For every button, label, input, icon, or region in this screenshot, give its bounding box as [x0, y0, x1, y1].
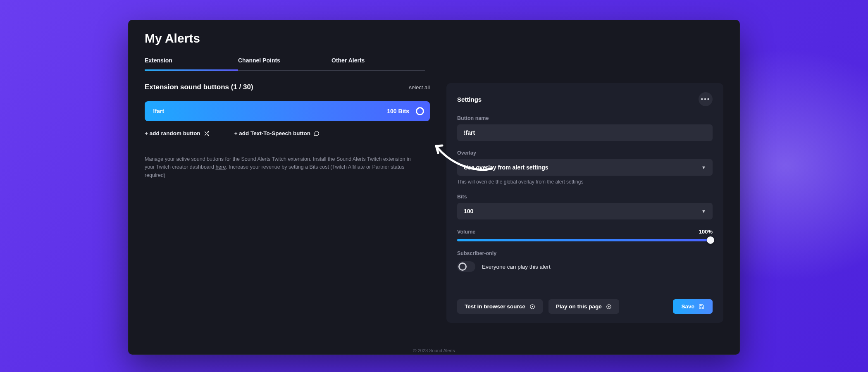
overlay-label: Overlay [457, 150, 713, 156]
bits-value: 100 [464, 208, 473, 215]
add-row: + add random button + add Text-To-Speech… [145, 130, 430, 136]
volume-value: 100% [699, 229, 713, 235]
settings-footer: Test in browser source Play on this page… [457, 299, 713, 314]
volume-row: Volume 100% [457, 229, 713, 235]
subscriber-only-text: Everyone can play this alert [482, 264, 551, 270]
bits-select[interactable]: 100 ▼ [457, 203, 713, 219]
tab-other-alerts[interactable]: Other Alerts [331, 53, 425, 71]
settings-menu-button[interactable]: ••• [699, 92, 713, 106]
play-circle-icon [529, 304, 535, 310]
chevron-down-icon: ▼ [701, 165, 706, 170]
tab-extension[interactable]: Extension [145, 53, 238, 71]
chevron-down-icon: ▼ [701, 209, 706, 214]
add-tts-label: + add Text-To-Speech button [234, 130, 310, 136]
sound-button-name: !fart [153, 108, 164, 114]
tab-channel-points[interactable]: Channel Points [238, 53, 331, 71]
save-label: Save [681, 303, 694, 310]
test-browser-label: Test in browser source [465, 303, 525, 310]
play-on-page-label: Play on this page [556, 303, 602, 310]
tabs: Extension Channel Points Other Alerts [145, 53, 723, 71]
subscriber-only-row: Everyone can play this alert [457, 261, 713, 272]
volume-slider[interactable] [457, 239, 713, 241]
speech-bubble-icon [314, 131, 320, 136]
section-title: Extension sound buttons (1 / 30) [145, 83, 253, 91]
button-name-label: Button name [457, 115, 713, 121]
toggle-knob [458, 262, 467, 271]
page-title: My Alerts [145, 31, 723, 45]
settings-head: Settings ••• [457, 92, 713, 106]
select-all-link[interactable]: select all [409, 84, 430, 91]
settings-heading: Settings [457, 96, 482, 103]
settings-card: Settings ••• Button name Overlay Use ove… [446, 83, 723, 323]
add-random-button[interactable]: + add random button [145, 130, 210, 136]
overlay-select[interactable]: Use overlay from alert settings ▼ [457, 159, 713, 176]
left-column: Extension sound buttons (1 / 30) select … [145, 83, 430, 346]
save-button[interactable]: Save [673, 299, 713, 314]
play-on-page-button[interactable]: Play on this page [548, 299, 619, 314]
overlay-value: Use overlay from alert settings [464, 164, 548, 171]
button-name-input[interactable] [457, 124, 713, 141]
footer-copyright: © 2023 Sound Alerts [413, 348, 455, 353]
radio-icon[interactable] [416, 107, 424, 115]
panel-body: Extension sound buttons (1 / 30) select … [128, 71, 740, 355]
sound-button-cost: 100 Bits [387, 108, 409, 114]
add-random-label: + add random button [145, 130, 200, 136]
footer-left: Test in browser source Play on this page [457, 299, 619, 314]
app-panel: My Alerts Extension Channel Points Other… [128, 20, 740, 355]
subscriber-only-toggle[interactable] [457, 261, 475, 272]
sound-button-row[interactable]: !fart 100 Bits [145, 101, 430, 121]
bits-label: Bits [457, 194, 713, 200]
sound-button-right: 100 Bits [387, 107, 424, 115]
play-circle-icon [606, 304, 612, 310]
save-icon [699, 304, 704, 310]
volume-label: Volume [457, 229, 475, 235]
shuffle-icon [204, 131, 210, 136]
help-text: Manage your active sound buttons for the… [145, 155, 417, 179]
subscriber-only-label: Subscriber-only [457, 250, 713, 256]
add-tts-button[interactable]: + add Text-To-Speech button [234, 130, 320, 136]
panel-header: My Alerts Extension Channel Points Other… [128, 20, 740, 71]
slider-knob[interactable] [707, 236, 714, 244]
right-column: Settings ••• Button name Overlay Use ove… [446, 83, 723, 346]
overlay-hint: This will override the global overlay fr… [457, 179, 713, 185]
test-browser-button[interactable]: Test in browser source [457, 299, 543, 314]
help-here-link[interactable]: here [215, 164, 226, 170]
section-row: Extension sound buttons (1 / 30) select … [145, 83, 430, 91]
